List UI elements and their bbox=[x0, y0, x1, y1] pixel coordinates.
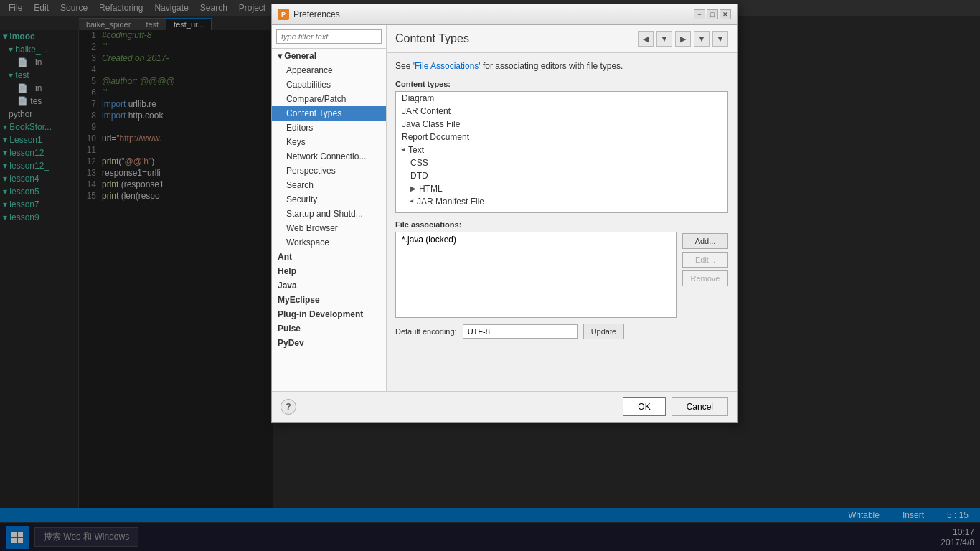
content-types-tree[interactable]: Diagram JAR Content Java Class File Repo… bbox=[395, 91, 728, 213]
assoc-buttons: Add... Edit... Remove bbox=[682, 232, 728, 318]
content-title: Content Types bbox=[395, 32, 469, 45]
pref-item-web-browser[interactable]: Web Browser bbox=[272, 221, 386, 235]
remove-button[interactable]: Remove bbox=[682, 270, 728, 286]
pref-section-ant[interactable]: Ant bbox=[272, 250, 386, 264]
pref-item-security[interactable]: Security bbox=[272, 192, 386, 207]
close-button[interactable]: ✕ bbox=[720, 9, 731, 19]
pref-tree-scroll[interactable]: ▾ General Appearance Capabilities Compar… bbox=[272, 49, 386, 391]
update-button[interactable]: Update bbox=[583, 324, 624, 339]
content-body: See 'File Associations' for associating … bbox=[387, 53, 737, 391]
encoding-label: Default encoding: bbox=[395, 327, 457, 336]
file-associations-link[interactable]: 'File Associations' bbox=[413, 61, 481, 71]
toolbar-expand-btn[interactable]: ▼ bbox=[712, 31, 728, 47]
dialog-titlebar: P Preferences − □ ✕ bbox=[272, 4, 737, 25]
encoding-row: Default encoding: Update bbox=[395, 324, 728, 339]
pref-content: Content Types ◀ ▼ ▶ ▼ ▼ See 'File Associ… bbox=[387, 25, 737, 391]
edit-button[interactable]: Edit... bbox=[682, 252, 728, 268]
toolbar-back-btn[interactable]: ◀ bbox=[638, 31, 654, 47]
pref-section-help[interactable]: Help bbox=[272, 264, 386, 278]
toolbar-forward-btn[interactable]: ▶ bbox=[675, 31, 691, 47]
ct-item-jar-content[interactable]: JAR Content bbox=[396, 105, 727, 118]
pref-item-perspectives[interactable]: Perspectives bbox=[272, 164, 386, 178]
ct-item-diagram[interactable]: Diagram bbox=[396, 92, 727, 105]
pref-section-pydev[interactable]: PyDev bbox=[272, 336, 386, 350]
dialog-icon: P bbox=[278, 9, 289, 20]
pref-item-content-types[interactable]: Content Types bbox=[272, 106, 386, 121]
ct-item-text[interactable]: ▾ Text bbox=[396, 143, 727, 156]
file-assoc-label: File associations: bbox=[395, 220, 728, 229]
pref-item-startup[interactable]: Startup and Shutd... bbox=[272, 207, 386, 221]
preferences-dialog: P Preferences − □ ✕ ▾ General Appearance… bbox=[271, 4, 738, 423]
footer-buttons: OK Cancel bbox=[623, 397, 728, 416]
text-arrow: ▾ bbox=[400, 148, 407, 151]
file-assoc-list[interactable]: *.java (locked) bbox=[395, 232, 677, 318]
pref-item-keys[interactable]: Keys bbox=[272, 135, 386, 149]
ct-item-java-class[interactable]: Java Class File bbox=[396, 118, 727, 131]
ct-item-html[interactable]: ▶ HTML bbox=[396, 182, 727, 195]
pref-section-java[interactable]: Java bbox=[272, 278, 386, 293]
pref-item-network[interactable]: Network Connectio... bbox=[272, 149, 386, 164]
help-button[interactable]: ? bbox=[281, 399, 296, 415]
ct-item-report[interactable]: Report Document bbox=[396, 131, 727, 143]
pref-item-workspace[interactable]: Workspace bbox=[272, 235, 386, 250]
pref-item-search[interactable]: Search bbox=[272, 178, 386, 192]
maximize-button[interactable]: □ bbox=[707, 9, 718, 19]
content-toolbar: ◀ ▼ ▶ ▼ ▼ bbox=[638, 31, 728, 47]
pref-section-plugin[interactable]: Plug-in Development bbox=[272, 307, 386, 321]
toolbar-fwd-menu-btn[interactable]: ▼ bbox=[694, 31, 710, 47]
dialog-controls: − □ ✕ bbox=[694, 9, 731, 19]
dialog-body: ▾ General Appearance Capabilities Compar… bbox=[272, 25, 737, 391]
preferences-tree: ▾ General Appearance Capabilities Compar… bbox=[272, 25, 387, 391]
ok-button[interactable]: OK bbox=[623, 397, 665, 416]
pref-item-editors[interactable]: Editors bbox=[272, 121, 386, 135]
html-arrow: ▶ bbox=[410, 184, 416, 192]
dialog-title-left: P Preferences bbox=[278, 9, 340, 20]
pref-item-compare-patch[interactable]: Compare/Patch bbox=[272, 92, 386, 106]
filter-box bbox=[272, 25, 386, 49]
dialog-title-text: Preferences bbox=[293, 9, 340, 19]
add-button[interactable]: Add... bbox=[682, 233, 728, 249]
pref-item-capabilities[interactable]: Capabilities bbox=[272, 77, 386, 92]
content-header: Content Types ◀ ▼ ▶ ▼ ▼ bbox=[387, 25, 737, 53]
ct-item-css[interactable]: CSS bbox=[396, 156, 727, 169]
dialog-footer: ? OK Cancel bbox=[272, 391, 737, 422]
content-types-label: Content types: bbox=[395, 80, 728, 88]
description-text: See 'File Associations' for associating … bbox=[395, 60, 728, 72]
jar-manifest-arrow: ▾ bbox=[408, 199, 416, 203]
assoc-item-java[interactable]: *.java (locked) bbox=[396, 232, 676, 247]
pref-section-general[interactable]: ▾ General bbox=[272, 49, 386, 63]
ct-item-jar-manifest[interactable]: ▾ JAR Manifest File bbox=[396, 195, 727, 208]
cancel-button[interactable]: Cancel bbox=[672, 397, 728, 416]
file-assoc-row: *.java (locked) Add... Edit... Remove bbox=[395, 232, 728, 318]
pref-section-myeclipse[interactable]: MyEclipse bbox=[272, 293, 386, 307]
ct-item-dtd[interactable]: DTD bbox=[396, 169, 727, 182]
filter-input[interactable] bbox=[276, 29, 382, 44]
pref-item-appearance[interactable]: Appearance bbox=[272, 63, 386, 77]
pref-section-pulse[interactable]: Pulse bbox=[272, 321, 386, 336]
minimize-button[interactable]: − bbox=[694, 9, 705, 19]
toolbar-menu-btn[interactable]: ▼ bbox=[656, 31, 672, 47]
encoding-input[interactable] bbox=[463, 324, 578, 339]
